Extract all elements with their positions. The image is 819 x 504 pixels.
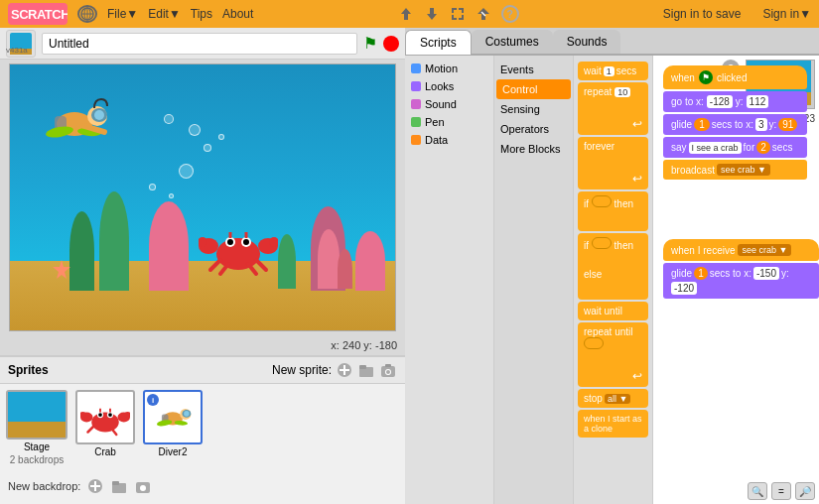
- svg-point-38: [227, 239, 233, 245]
- svg-marker-7: [427, 8, 437, 20]
- diver-sprite: [30, 94, 119, 149]
- sprite-item-diver2[interactable]: i Diver2: [141, 388, 205, 459]
- question-icon[interactable]: ?: [501, 5, 519, 23]
- svg-rect-9: [452, 8, 454, 13]
- script-group-1: when ⚑ clicked go to x: -128 y: 112 glid…: [663, 65, 807, 180]
- sub-sensing[interactable]: Sensing: [494, 99, 573, 119]
- bubble: [179, 164, 194, 179]
- tab-sounds[interactable]: Sounds: [553, 30, 621, 54]
- category-motion[interactable]: Motion: [405, 60, 493, 77]
- palette-if-then[interactable]: if then: [578, 191, 648, 231]
- green-flag-button[interactable]: ⚑: [363, 34, 377, 53]
- zoom-controls: 🔍 = 🔎: [748, 482, 815, 500]
- tab-scripts[interactable]: Scripts: [405, 30, 472, 55]
- block-glide-2[interactable]: glide 1 secs to x: -150 y: -120: [663, 263, 819, 299]
- category-pen[interactable]: Pen: [405, 113, 493, 131]
- svg-rect-46: [340, 369, 349, 371]
- sign-in[interactable]: Sign in▼: [762, 7, 811, 21]
- svg-rect-48: [359, 365, 366, 369]
- palette-stop[interactable]: stop all ▼: [578, 389, 648, 408]
- palette-forever[interactable]: forever ↩: [578, 137, 648, 189]
- seaweed-small: [318, 229, 340, 289]
- paint-backdrop-icon[interactable]: [86, 477, 104, 495]
- folder-icon[interactable]: [357, 361, 375, 379]
- svg-point-81: [140, 485, 146, 491]
- stage-coords: x: 240 y: -180: [0, 335, 405, 355]
- sprite-info-icon[interactable]: i: [147, 394, 159, 406]
- new-sprite-area: New sprite:: [272, 361, 397, 379]
- stage-canvas: [9, 63, 396, 331]
- svg-line-60: [88, 426, 94, 432]
- download-icon[interactable]: [424, 6, 440, 22]
- palette-wait[interactable]: wait 1 secs: [578, 62, 648, 80]
- sub-events[interactable]: Events: [494, 60, 573, 79]
- fullscreen-icon[interactable]: [450, 6, 466, 22]
- coral-decoration: [355, 231, 385, 291]
- stop-button[interactable]: [383, 36, 399, 52]
- category-data[interactable]: Data: [405, 131, 493, 149]
- paint-icon[interactable]: [336, 361, 353, 379]
- bubble: [189, 124, 201, 136]
- file-menu[interactable]: File▼: [107, 7, 138, 21]
- new-sprite-label: New sprite:: [272, 363, 332, 377]
- globe-icon[interactable]: [77, 5, 97, 23]
- tips-menu[interactable]: Tips: [191, 7, 212, 21]
- sub-more-blocks[interactable]: More Blocks: [494, 139, 573, 159]
- crab-sprite: [199, 216, 278, 276]
- palette-repeat[interactable]: repeat 10 ↩: [578, 82, 648, 135]
- about-menu[interactable]: About: [222, 7, 253, 21]
- bubble: [204, 144, 211, 152]
- topbar: SCRATCH File▼ Edit▼ Tips About ? Sign in…: [0, 0, 819, 28]
- blocks-palette: wait 1 secs repeat 10 ↩ forever ↩ if the…: [574, 56, 653, 504]
- starfish-decoration: [50, 258, 74, 283]
- svg-point-65: [108, 413, 112, 417]
- upload-icon[interactable]: [398, 6, 414, 22]
- sprite-label-crab: Crab: [94, 446, 116, 457]
- svg-line-36: [256, 260, 266, 270]
- sprite-item-crab[interactable]: Crab: [73, 388, 137, 459]
- seaweed-small: [338, 249, 352, 289]
- sign-in-save[interactable]: Sign in to save: [663, 7, 742, 21]
- tab-costumes[interactable]: Costumes: [472, 30, 553, 54]
- logo: SCRATCH: [8, 3, 68, 25]
- sprite-label-diver2: Diver2: [159, 446, 188, 457]
- stage-name-input[interactable]: [42, 33, 357, 55]
- version-badge: v431a: [6, 46, 28, 55]
- block-goto[interactable]: go to x: -128 y: 112: [663, 91, 807, 112]
- tabs-bar: Scripts Costumes Sounds: [405, 28, 819, 56]
- block-broadcast[interactable]: broadcast see crab ▼: [663, 160, 807, 180]
- palette-when-clone[interactable]: when I start as a clone: [578, 410, 648, 438]
- svg-point-28: [216, 238, 260, 270]
- hat-receive[interactable]: when I receive see crab ▼: [663, 239, 819, 261]
- palette-if-else[interactable]: if then else: [578, 233, 648, 300]
- camera-icon[interactable]: [379, 361, 397, 379]
- folder-backdrop-icon[interactable]: [110, 477, 128, 495]
- turbo-icon[interactable]: [476, 6, 491, 22]
- svg-rect-53: [8, 392, 66, 422]
- sprites-panel: Sprites New sprite: Stage 2 backdrops: [0, 355, 405, 504]
- hat-clicked[interactable]: when ⚑ clicked: [663, 65, 807, 89]
- zoom-out-button[interactable]: 🔎: [795, 482, 815, 500]
- bubble: [164, 114, 174, 124]
- camera-backdrop-icon[interactable]: [134, 477, 152, 495]
- block-say[interactable]: say I see a crab for 2 secs: [663, 137, 807, 158]
- sub-operators[interactable]: Operators: [494, 119, 573, 139]
- block-glide[interactable]: glide 1 secs to x: 3 y: 91: [663, 114, 807, 135]
- svg-rect-15: [462, 15, 464, 20]
- coral-decoration: [149, 201, 189, 291]
- zoom-reset-button[interactable]: =: [771, 482, 791, 500]
- sprite-sublabel-stage: 2 backdrops: [10, 454, 64, 465]
- sprite-item-stage[interactable]: Stage 2 backdrops: [4, 388, 69, 467]
- edit-menu[interactable]: Edit▼: [148, 7, 181, 21]
- svg-text:SCRATCH: SCRATCH: [11, 7, 68, 22]
- seaweed-decoration: [99, 191, 129, 291]
- sub-control[interactable]: Control: [496, 79, 571, 99]
- palette-repeat-until[interactable]: repeat until ↩: [578, 322, 648, 387]
- category-sound[interactable]: Sound: [405, 95, 493, 113]
- script-area[interactable]: x: -123 y: 88 ? when ⚑ clicked go to x: …: [653, 56, 819, 504]
- category-looks[interactable]: Looks: [405, 77, 493, 95]
- svg-point-55: [91, 413, 119, 433]
- palette-wait-until[interactable]: wait until: [578, 302, 648, 320]
- zoom-in-button[interactable]: 🔍: [748, 482, 767, 500]
- svg-rect-11: [462, 8, 464, 13]
